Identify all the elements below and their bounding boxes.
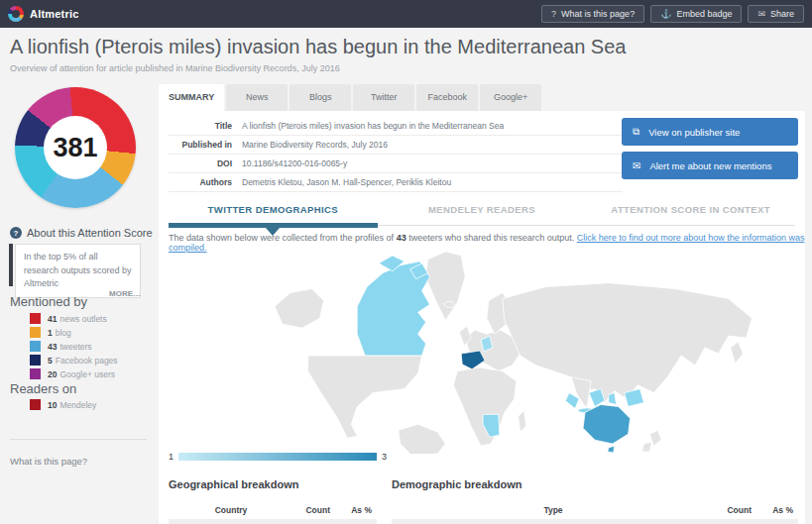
tab-blogs[interactable]: Blogs (290, 84, 351, 111)
share-button[interactable]: ✉ Share (748, 5, 804, 23)
map-country-australia (583, 404, 631, 453)
list-item[interactable]: 43 tweeters (30, 340, 118, 353)
article-meta-table: Title A lionfish (Pterois miles) invasio… (169, 117, 623, 192)
map-land-africa (453, 367, 516, 446)
altmetric-logo[interactable]: Altmetric (8, 6, 78, 22)
mention-label: tweeters (59, 342, 91, 352)
breakdown-section: Geographical breakdown Country Count As … (169, 478, 798, 524)
table-row: DOI 10.1186/s41200-016-0065-y (169, 155, 623, 173)
table-row: Published in Marine Biodiversity Records… (169, 136, 623, 155)
meta-label: Title (169, 117, 242, 136)
note-text: tweeters who shared this research output… (408, 233, 574, 243)
meta-value-authors: Demetris Kletou, Jason M. Hall-Spencer, … (242, 173, 623, 192)
attention-score-value: 381 (44, 116, 107, 179)
mention-label: Google+ users (59, 369, 115, 379)
main-tab-bar: SUMMARY News Blogs Twitter Facebook Goog… (159, 84, 541, 111)
geo-breakdown-table: Country Count As % Spain 3 7% (169, 501, 377, 524)
envelope-icon: ✉ (633, 160, 640, 171)
page-title: A lionfish (Pterois miles) invasion has … (10, 36, 626, 58)
tab-facebook[interactable]: Facebook (416, 84, 478, 111)
readers-on-heading: Readers on (10, 381, 76, 396)
demo-breakdown-table: Type Count As % Members of the public 25… (392, 501, 798, 524)
meta-value-doi: 10.1186/s41200-016-0065-y (242, 155, 623, 173)
meta-value-journal: Marine Biodiversity Records, July 2016 (242, 136, 623, 155)
geo-breakdown-title: Geographical breakdown (169, 478, 377, 490)
page-subtitle: Overview of attention for article publis… (10, 63, 340, 73)
what-is-this-page-link[interactable]: What is this page? (10, 456, 87, 467)
what-is-this-page-button[interactable]: ? What is this page? (541, 5, 644, 23)
map-land-greenland (426, 252, 466, 320)
twitter-color-swatch (30, 341, 41, 352)
view-on-publisher-site-button[interactable]: ⧉ View on publisher site (622, 118, 798, 146)
attention-score-donut: 381 (15, 87, 136, 208)
list-item[interactable]: 5 Facebook pages (30, 354, 118, 367)
table-row: Title A lionfish (Pterois miles) invasio… (169, 117, 623, 136)
tab-news[interactable]: News (226, 84, 288, 111)
list-item[interactable]: 41 news outlets (30, 312, 118, 325)
facebook-color-swatch (30, 355, 41, 366)
altmetric-donut-icon (8, 6, 24, 22)
button-label: Embed badge (676, 9, 732, 19)
list-item[interactable]: 1 blog (30, 326, 118, 339)
col-count: Count (715, 501, 756, 519)
meta-label: Published in (169, 136, 242, 155)
meta-value-title: A lionfish (Pterois miles) invasion has … (242, 117, 623, 136)
mention-count: 1 (48, 328, 53, 338)
note-text: The data shown below were collected from… (169, 233, 394, 243)
embed-badge-button[interactable]: ⚓ Embed badge (650, 5, 742, 23)
list-item[interactable]: 10 Mendeley (30, 398, 96, 411)
subtab-mendeley-readers[interactable]: MENDELEY READERS (378, 196, 587, 226)
table-row: Spain 3 7% (169, 519, 377, 524)
map-land-madagascar (519, 410, 526, 432)
col-percent: As % (335, 501, 377, 519)
sidebar-divider (10, 439, 147, 440)
action-label: View on publisher site (648, 127, 740, 138)
subtab-label: TWITTER DEMOGRAPHICS (208, 204, 339, 215)
mention-count: 5 (48, 356, 53, 366)
cell-percent: 58% (756, 519, 798, 524)
quote-accent-bar (9, 244, 13, 286)
tweeter-world-map (162, 244, 802, 454)
cell-country: Spain (169, 519, 293, 524)
world-map-svg (162, 244, 802, 454)
mentioned-by-list: 41 news outlets 1 blog 43 tweeters 5 Fac… (30, 312, 118, 381)
list-item[interactable]: 20 Google+ users (30, 367, 118, 380)
subtab-twitter-demographics[interactable]: TWITTER DEMOGRAPHICS (169, 196, 378, 226)
subtab-label: ATTENTION SCORE IN CONTEXT (611, 204, 770, 215)
tab-summary[interactable]: SUMMARY (159, 84, 224, 111)
map-land-south-america (399, 424, 446, 454)
map-country-spain (461, 351, 485, 369)
alert-new-mentions-button[interactable]: ✉ Alert me about new mentions (622, 152, 798, 179)
mention-label: Facebook pages (56, 356, 118, 366)
blog-color-swatch (30, 327, 41, 338)
googleplus-color-swatch (30, 368, 41, 379)
tab-googleplus[interactable]: Google+ (480, 84, 541, 111)
external-link-icon: ⧉ (633, 126, 639, 138)
action-label: Alert me about new mentions (649, 160, 771, 171)
question-circle-icon: ? (10, 227, 22, 239)
button-label: What is this page? (561, 9, 635, 19)
mention-label: news outlets (59, 314, 106, 324)
reader-count: 10 (48, 400, 57, 410)
legend-max: 3 (382, 452, 387, 462)
top-bar: Altmetric ? What is this page? ⚓ Embed b… (0, 0, 812, 28)
subtab-attention-score-in-context[interactable]: ATTENTION SCORE IN CONTEXT (586, 196, 795, 226)
tweeter-count: 43 (397, 233, 406, 243)
table-header-row: Type Count As % (392, 501, 798, 519)
geographical-breakdown: Geographical breakdown Country Count As … (169, 478, 377, 524)
cell-type: Members of the public (392, 519, 715, 524)
mentioned-by-heading: Mentioned by (10, 294, 87, 309)
mendeley-color-swatch (30, 399, 41, 410)
anchor-icon: ⚓ (660, 9, 671, 19)
readers-list: 10 Mendeley (30, 398, 96, 412)
map-land-iceland (444, 301, 454, 307)
col-type: Type (392, 501, 715, 519)
question-icon: ? (551, 9, 556, 19)
tab-twitter[interactable]: Twitter (353, 84, 414, 111)
summary-panel: Title A lionfish (Pterois miles) invasio… (159, 111, 805, 524)
mention-label: blog (56, 328, 71, 338)
subtab-label: MENDELEY READERS (428, 204, 535, 215)
cell-percent: 7% (335, 519, 377, 524)
demographic-breakdown: Demographic breakdown Type Count As % Me… (392, 478, 798, 524)
map-land-japan (731, 342, 744, 364)
